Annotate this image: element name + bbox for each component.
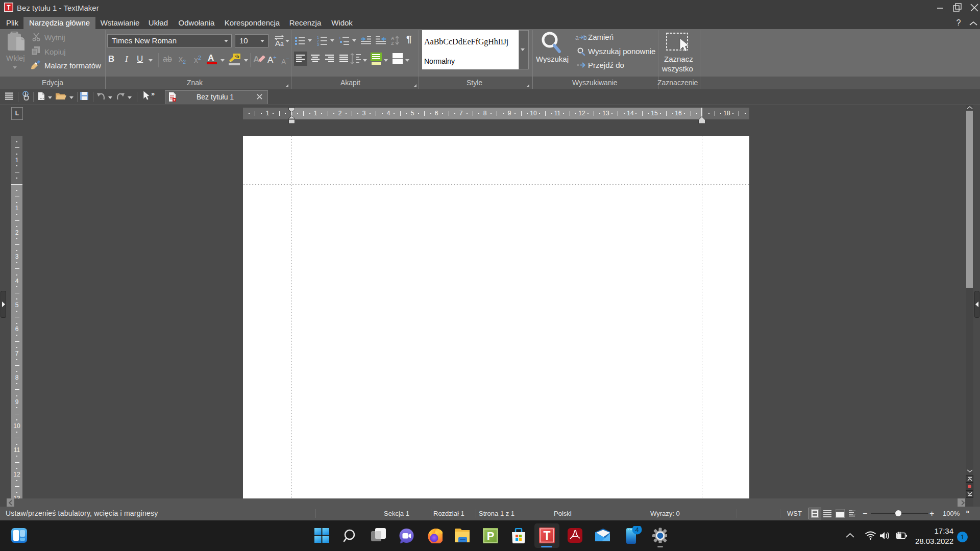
svg-text:T: T — [7, 4, 11, 11]
svg-text:b: b — [583, 34, 586, 41]
svg-text:a: a — [280, 40, 284, 47]
svg-text:T: T — [543, 529, 550, 542]
svg-text:1: 1 — [339, 36, 341, 40]
svg-text:Z: Z — [391, 41, 394, 45]
svg-text:3: 3 — [317, 43, 319, 46]
svg-text:T: T — [174, 98, 176, 102]
svg-text:4: 4 — [635, 526, 639, 534]
svg-text:P: P — [487, 530, 495, 542]
svg-text:A: A — [275, 39, 280, 47]
svg-text:1: 1 — [317, 36, 319, 39]
svg-text:A: A — [253, 55, 259, 64]
svg-text:a: a — [575, 34, 579, 41]
svg-text:A: A — [391, 36, 395, 41]
svg-text:2: 2 — [317, 39, 319, 43]
